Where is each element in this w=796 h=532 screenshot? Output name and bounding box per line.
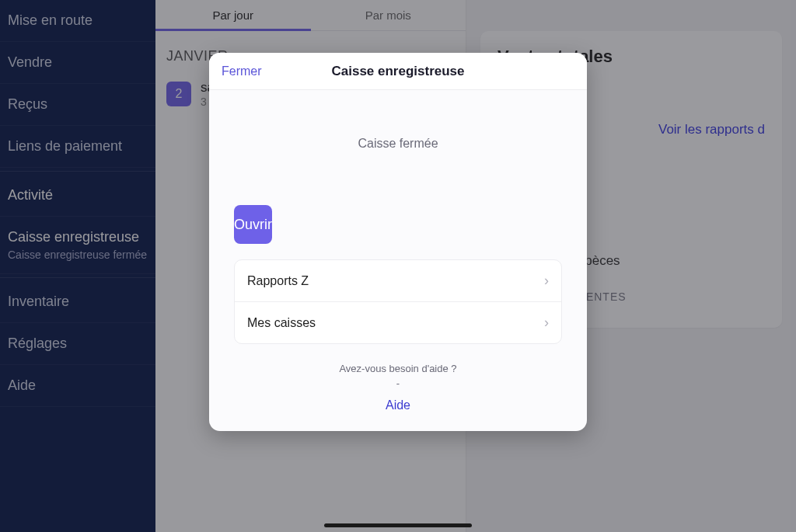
z-reports-item[interactable]: Rapports Z › xyxy=(235,260,561,301)
list-item-label: Mes caisses xyxy=(247,316,316,330)
cash-register-modal: Fermer Caisse enregistreuse Caisse fermé… xyxy=(209,53,587,431)
modal-options-list: Rapports Z › Mes caisses › xyxy=(234,259,562,344)
modal-overlay[interactable]: Fermer Caisse enregistreuse Caisse fermé… xyxy=(0,0,796,532)
modal-body: Caisse fermée Ouvrir Rapports Z › Mes ca… xyxy=(209,90,587,431)
open-register-button[interactable]: Ouvrir xyxy=(234,205,272,244)
my-registers-item[interactable]: Mes caisses › xyxy=(235,301,561,343)
help-link[interactable]: Aide xyxy=(209,398,587,412)
help-block: Avez-vous besoin d'aide ? - Aide xyxy=(209,363,587,412)
modal-header: Fermer Caisse enregistreuse xyxy=(209,53,587,90)
modal-title: Caisse enregistreuse xyxy=(331,64,464,79)
list-item-label: Rapports Z xyxy=(247,274,309,288)
close-button[interactable]: Fermer xyxy=(222,64,262,78)
help-question: Avez-vous besoin d'aide ? xyxy=(209,363,587,374)
chevron-right-icon: › xyxy=(544,315,549,331)
register-status: Caisse fermée xyxy=(209,90,587,205)
open-button-label: Ouvrir xyxy=(234,217,272,233)
chevron-right-icon: › xyxy=(544,273,549,289)
help-dash: - xyxy=(209,377,587,389)
home-indicator[interactable] xyxy=(324,523,472,527)
